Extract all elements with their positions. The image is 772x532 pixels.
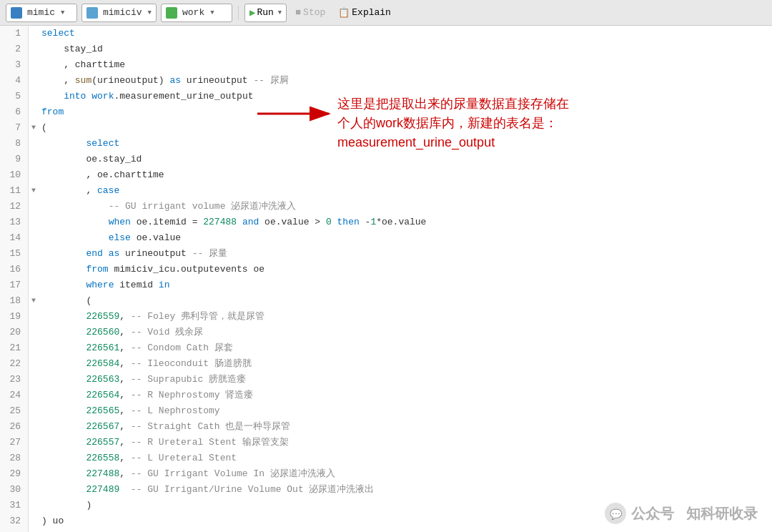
lc-18: ( — [39, 293, 772, 309]
line-27: 27 226557, -- R Ureteral Stent 输尿管支架 — [0, 435, 772, 450]
lc-28: 226558, -- L Ureteral Stent — [39, 450, 772, 466]
line-4: 4 , sum(urineoutput) as urineoutput -- 尿… — [0, 73, 772, 89]
ln-23: 23 — [0, 372, 29, 388]
ln-22: 22 — [0, 356, 29, 372]
line-19: 19 226559, -- Foley 弗利导管，就是尿管 — [0, 309, 772, 325]
lc-27: 226557, -- R Ureteral Stent 输尿管支架 — [39, 435, 772, 450]
ln-5: 5 — [0, 89, 29, 104]
ln-28: 28 — [0, 450, 29, 466]
line-26: 26 226567, -- Straight Cath 也是一种导尿管 — [0, 419, 772, 435]
stop-icon: ■ — [295, 7, 301, 18]
lc-26: 226567, -- Straight Cath 也是一种导尿管 — [39, 419, 772, 435]
run-button[interactable]: ▶ Run ▼ — [244, 4, 287, 22]
ln-32: 32 — [0, 513, 29, 529]
line-16: 16 from mimiciv_icu.outputevents oe — [0, 262, 772, 277]
ln-3: 3 — [0, 57, 29, 73]
stop-button[interactable]: ■ Stop — [291, 6, 330, 19]
ln-31: 31 — [0, 498, 29, 513]
line-3: 3 , charttime — [0, 57, 772, 73]
lc-23: 226563, -- Suprapubic 膀胱造瘘 — [39, 372, 772, 388]
line-17: 17 where itemid in — [0, 277, 772, 293]
line-28: 28 226558, -- L Ureteral Stent — [0, 450, 772, 466]
line-24: 24 226564, -- R Nephrostomy 肾造瘘 — [0, 388, 772, 403]
ln-26: 26 — [0, 419, 29, 435]
lc-3: , charttime — [39, 57, 772, 73]
ln-17: 17 — [0, 277, 29, 293]
ln-6: 6 — [0, 104, 29, 120]
lc-22: 226584, -- Ileoconduit 肠道膀胱 — [39, 356, 772, 372]
explain-label: Explain — [352, 7, 391, 18]
line-30: 30 227489 -- GU Irrigant/Urine Volume Ou… — [0, 482, 772, 498]
lc-17: where itemid in — [39, 277, 772, 293]
ln-15: 15 — [0, 246, 29, 262]
line-25: 25 226565, -- L Nephrostomy — [0, 403, 772, 419]
ln-14: 14 — [0, 230, 29, 246]
db3-dropdown-arrow: ▼ — [210, 9, 214, 16]
lc-19: 226559, -- Foley 弗利导管，就是尿管 — [39, 309, 772, 325]
ln-10: 10 — [0, 167, 29, 183]
ln-33: 33 — [0, 529, 29, 532]
ln-16: 16 — [0, 262, 29, 277]
ln-21: 21 — [0, 340, 29, 356]
code-editor[interactable]: 1 select 2 stay_id 3 , charttime 4 , sum… — [0, 26, 772, 532]
line-11: 11 ▼ , case — [0, 183, 772, 199]
ln-24: 24 — [0, 388, 29, 403]
work-icon — [166, 7, 177, 19]
db1-dropdown-arrow: ▼ — [61, 9, 64, 16]
annotation-line3: measurement_urine_output — [337, 135, 495, 149]
db-selector-mimiciv[interactable]: mimiciv ▼ — [81, 4, 157, 22]
mimic-db-icon — [11, 7, 22, 19]
ln-12: 12 — [0, 199, 29, 215]
ln-13: 13 — [0, 215, 29, 230]
line-1: 1 select — [0, 26, 772, 41]
stop-label: Stop — [303, 7, 325, 18]
line-13: 13 when oe.itemid = 227488 and oe.value … — [0, 215, 772, 230]
lc-2: stay_id — [39, 41, 772, 57]
lc-15: end as urineoutput -- 尿量 — [39, 246, 772, 262]
lc-13: when oe.itemid = 227488 and oe.value > 0… — [39, 215, 772, 230]
line-33: 33 group by stay_id, charttime; — [0, 529, 772, 532]
line-23: 23 226563, -- Suprapubic 膀胱造瘘 — [0, 372, 772, 388]
db-selector-mimic[interactable]: mimic ▼ — [6, 4, 77, 22]
ln-18: 18 — [0, 293, 29, 309]
lc-24: 226564, -- R Nephrostomy 肾造瘘 — [39, 388, 772, 403]
ln-19: 19 — [0, 309, 29, 325]
lc-30: 227489 -- GU Irrigant/Urine Volume Out 泌… — [39, 482, 772, 498]
svg-text:💬: 💬 — [610, 508, 623, 521]
ln-25: 25 — [0, 403, 29, 419]
db2-label: mimiciv — [103, 7, 142, 18]
watermark: 💬 公众号 知科研收录 — [604, 502, 758, 525]
lc-29: 227488, -- GU Irrigant Volume In 泌尿道冲洗液入 — [39, 466, 772, 482]
ln-30: 30 — [0, 482, 29, 498]
ln-8: 8 — [0, 136, 29, 152]
lc-4: , sum(urineoutput) as urineoutput -- 尿屙 — [39, 73, 772, 89]
ln-29: 29 — [0, 466, 29, 482]
watermark-label: 公众号 知科研收录 — [631, 504, 758, 523]
lc-16: from mimiciv_icu.outputevents oe — [39, 262, 772, 277]
annotation-text: 这里是把提取出来的尿量数据直接存储在 个人的work数据库内，新建的表名是： m… — [337, 94, 721, 152]
line-21: 21 226561, -- Condom Cath 尿套 — [0, 340, 772, 356]
line-14: 14 else oe.value — [0, 230, 772, 246]
run-dropdown-arrow: ▼ — [278, 9, 282, 16]
line-15: 15 end as urineoutput -- 尿量 — [0, 246, 772, 262]
line-29: 29 227488, -- GU Irrigant Volume In 泌尿道冲… — [0, 466, 772, 482]
annotation-box: 这里是把提取出来的尿量数据直接存储在 个人的work数据库内，新建的表名是： m… — [329, 89, 729, 158]
lc-20: 226560, -- Void 残余尿 — [39, 325, 772, 340]
explain-button[interactable]: 📋 Explain — [334, 6, 395, 20]
line-2: 2 stay_id — [0, 41, 772, 57]
ln-2: 2 — [0, 41, 29, 57]
lc-14: else oe.value — [39, 230, 772, 246]
run-icon: ▶ — [249, 6, 255, 19]
line-10: 10 , oe.charttime — [0, 167, 772, 183]
ln-27: 27 — [0, 435, 29, 450]
db-selector-work[interactable]: work ▼ — [161, 4, 232, 22]
lc-33: group by stay_id, charttime; — [39, 529, 772, 532]
ln-11: 11 — [0, 183, 29, 199]
annotation-arrow — [257, 103, 343, 124]
mimiciv-icon — [86, 7, 98, 19]
lc-25: 226565, -- L Nephrostomy — [39, 403, 772, 419]
lc-11: , case — [39, 183, 772, 199]
db3-label: work — [182, 7, 204, 18]
ln-4: 4 — [0, 73, 29, 89]
lc-12: -- GU irrigant volume 泌尿道冲洗液入 — [39, 199, 772, 215]
